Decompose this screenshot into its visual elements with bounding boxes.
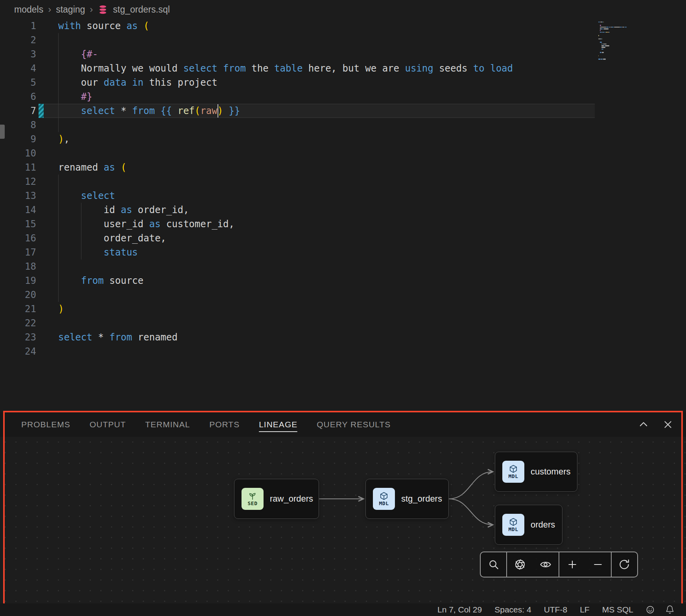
- status-item-ms-sql[interactable]: MS SQL: [602, 603, 633, 616]
- line-number: 14: [0, 203, 36, 217]
- sprout-icon: [248, 491, 257, 501]
- editor-gutter: 123456789101112131415161718192021222324: [0, 19, 41, 359]
- close-icon[interactable]: [662, 418, 674, 431]
- line-number: 7: [0, 104, 36, 118]
- breadcrumb-item[interactable]: models: [14, 4, 43, 15]
- lineage-toolbar: [480, 552, 638, 577]
- line-number: 24: [0, 344, 36, 359]
- line-number: 21: [0, 302, 36, 316]
- badge-label: MDL: [379, 501, 389, 506]
- line-number: 17: [0, 245, 36, 259]
- editor-code-area[interactable]: with source as ( {#- Normally we would s…: [41, 19, 686, 412]
- modified-line-marker: [39, 104, 44, 118]
- status-item-lf[interactable]: LF: [580, 603, 590, 616]
- panel-tab-lineage[interactable]: LINEAGE: [259, 412, 297, 437]
- panel-tab-bar: PROBLEMSOUTPUTTERMINALPORTSLINEAGEQUERY …: [0, 412, 686, 437]
- status-item-utf-8[interactable]: UTF-8: [544, 603, 568, 616]
- lineage-edge: [449, 499, 493, 525]
- panel-tabs: PROBLEMSOUTPUTTERMINALPORTSLINEAGEQUERY …: [21, 412, 410, 437]
- indent-guides: [41, 19, 686, 412]
- indent-guide: [81, 203, 81, 259]
- panel-tab-output[interactable]: OUTPUT: [90, 412, 126, 437]
- cube-icon: [380, 491, 388, 501]
- feedback-smiley-icon[interactable]: [645, 605, 655, 615]
- breadcrumb-separator: ›: [48, 4, 51, 15]
- model-icon: MDL: [373, 488, 395, 510]
- database-icon: [98, 4, 108, 15]
- zoom-out-button[interactable]: [585, 552, 610, 577]
- indent-guide: [58, 33, 59, 132]
- refresh-button[interactable]: [611, 552, 637, 577]
- line-number: 5: [0, 75, 36, 90]
- line-number: 6: [0, 90, 36, 104]
- breadcrumb-item[interactable]: stg_orders.sql: [113, 4, 170, 15]
- text-cursor: [218, 104, 218, 118]
- lineage-edges: [0, 437, 686, 603]
- line-number: 9: [0, 132, 36, 146]
- node-label: orders: [531, 520, 555, 530]
- line-number: 16: [0, 231, 36, 245]
- model-icon: MDL: [502, 514, 524, 536]
- badge-label: SED: [248, 501, 258, 506]
- node-label: stg_orders: [401, 494, 442, 504]
- bottom-panel: PROBLEMSOUTPUTTERMINALPORTSLINEAGEQUERY …: [0, 412, 686, 603]
- chevron-up-icon[interactable]: [637, 418, 650, 431]
- bell-icon[interactable]: [665, 605, 675, 615]
- panel-tab-ports[interactable]: PORTS: [209, 412, 240, 437]
- badge-label: MDL: [509, 527, 518, 532]
- line-number: 19: [0, 274, 36, 288]
- lineage-node-customers[interactable]: MDLcustomers: [495, 452, 577, 492]
- aperture-button[interactable]: [506, 552, 533, 577]
- line-number: 15: [0, 217, 36, 231]
- lineage-edge: [449, 472, 493, 499]
- status-item-ln-7-col-29[interactable]: Ln 7, Col 29: [437, 603, 482, 616]
- badge-label: MDL: [509, 474, 518, 479]
- line-number: 2: [0, 33, 36, 47]
- panel-tab-problems[interactable]: PROBLEMS: [21, 412, 70, 437]
- line-number: 18: [0, 259, 36, 274]
- zoom-in-button[interactable]: [559, 552, 585, 577]
- line-number: 8: [0, 118, 36, 132]
- eye-button[interactable]: [533, 552, 559, 577]
- cube-icon: [509, 517, 518, 527]
- statusbar-items: Ln 7, Col 29Spaces: 4UTF-8LFMS SQL: [437, 603, 633, 616]
- statusbar-icons: [645, 605, 675, 615]
- cube-icon: [509, 464, 518, 474]
- seed-icon: SED: [242, 488, 264, 510]
- line-number: 13: [0, 189, 36, 203]
- line-number: 12: [0, 175, 36, 189]
- status-item-spaces-4[interactable]: Spaces: 4: [494, 603, 531, 616]
- code-editor[interactable]: 123456789101112131415161718192021222324 …: [0, 19, 686, 412]
- breadcrumb-separator: ›: [90, 4, 93, 15]
- line-number: 22: [0, 316, 36, 330]
- lineage-node-raw_orders[interactable]: SEDraw_orders: [234, 479, 319, 519]
- left-edge-decoration: [0, 125, 5, 139]
- breadcrumb-item[interactable]: staging: [56, 4, 85, 15]
- line-number: 4: [0, 61, 36, 75]
- node-label: raw_orders: [270, 494, 313, 504]
- line-number: 1: [0, 19, 36, 33]
- panel-tab-query-results[interactable]: QUERY RESULTS: [317, 412, 391, 437]
- panel-header-icons: [637, 418, 674, 431]
- status-bar: Ln 7, Col 29Spaces: 4UTF-8LFMS SQL: [0, 603, 686, 616]
- panel-tab-terminal[interactable]: TERMINAL: [145, 412, 190, 437]
- search-button[interactable]: [481, 552, 506, 577]
- line-number: 23: [0, 330, 36, 344]
- line-number: 10: [0, 146, 36, 160]
- minimap[interactable]: [598, 19, 661, 62]
- node-label: customers: [531, 467, 570, 477]
- lineage-canvas[interactable]: SEDraw_ordersMDLstg_ordersMDLcustomersMD…: [0, 437, 686, 603]
- line-number: 20: [0, 288, 36, 302]
- line-number: 11: [0, 160, 36, 175]
- breadcrumb: models›staging›stg_orders.sql: [0, 0, 686, 19]
- model-icon: MDL: [502, 461, 524, 483]
- lineage-node-orders[interactable]: MDLorders: [495, 505, 562, 545]
- lineage-node-stg_orders[interactable]: MDLstg_orders: [365, 479, 449, 519]
- indent-guide: [58, 175, 59, 302]
- line-number: 3: [0, 47, 36, 61]
